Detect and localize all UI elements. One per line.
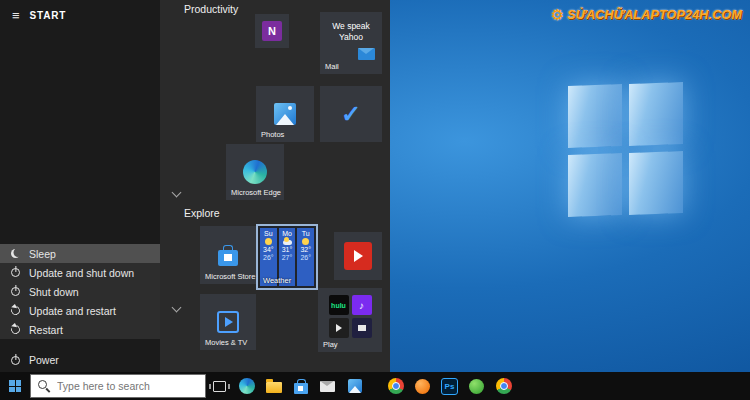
taskbar-mail-button[interactable]	[314, 372, 341, 400]
start-sidebar: ≡ START Sleep Update and shut down Shut …	[0, 0, 160, 372]
play-video-icon	[344, 242, 372, 270]
weather-day-column: Tu 32° 26°	[297, 228, 314, 286]
photos-tile-label: Photos	[261, 130, 284, 139]
weather-high: 34°	[263, 246, 274, 253]
music-app-icon: ♪	[352, 295, 372, 315]
sun-icon	[265, 238, 272, 245]
taskbar-pinned-apps: Ps	[382, 378, 517, 395]
watermark-brand: ⚙ SỬACHỮALAPTOP24H.COM	[551, 6, 742, 24]
taskbar: Ps	[0, 372, 750, 400]
chrome-icon	[496, 378, 512, 394]
taskbar-store-button[interactable]	[287, 372, 314, 400]
search-input[interactable]	[57, 380, 198, 392]
onenote-icon: N	[262, 21, 282, 41]
edge-icon	[243, 160, 267, 184]
mail-tile-promo-text: We speak Yahoo	[320, 12, 382, 44]
store-tile[interactable]: Microsoft Store	[200, 226, 256, 284]
power-menu-item-restart[interactable]: Restart	[0, 320, 160, 339]
gear-icon: ⚙	[551, 6, 564, 24]
play-tile-label: Play	[323, 340, 338, 349]
windows-logo-icon	[9, 380, 21, 392]
restart-icon	[9, 304, 21, 316]
edge-icon	[239, 378, 255, 394]
partly-cloudy-icon	[283, 240, 292, 245]
power-flyout-menu: Sleep Update and shut down Shut down Upd…	[0, 244, 160, 339]
weather-tile[interactable]: Su 34° 26° Mo 31° 27° Tu 32° 26° W	[258, 226, 316, 288]
weather-high: 31°	[282, 246, 293, 253]
power-menu-item-shutdown[interactable]: Shut down	[0, 282, 160, 301]
photos-icon	[274, 103, 296, 125]
sleep-icon	[11, 249, 20, 258]
power-icon	[11, 268, 20, 277]
wallpaper-logo-pane	[568, 153, 622, 217]
taskbar-orange-app-button[interactable]	[409, 379, 436, 394]
orange-app-icon	[415, 379, 430, 394]
taskbar-chrome-button-2[interactable]	[490, 378, 517, 394]
power-menu-item-label: Restart	[29, 324, 63, 336]
group-title-productivity: Productivity	[184, 3, 238, 15]
task-view-icon	[213, 381, 226, 392]
brand-text: SỬACHỮALAPTOP24H.COM	[567, 8, 742, 22]
mail-tile-label: Mail	[325, 62, 339, 71]
power-button[interactable]: Power	[0, 350, 160, 370]
collapse-chevron-icon[interactable]	[172, 188, 182, 198]
movies-tv-tile-label: Movies & TV	[205, 338, 247, 347]
taskbar-search[interactable]	[30, 374, 206, 398]
onenote-tile[interactable]: N	[255, 14, 289, 48]
mail-icon	[320, 381, 335, 392]
group-title-explore: Explore	[184, 207, 220, 219]
play-apps-grid: hulu ♪	[318, 288, 382, 338]
taskbar-file-explorer-button[interactable]	[260, 372, 287, 400]
taskbar-edge-button[interactable]	[233, 372, 260, 400]
power-icon	[11, 356, 20, 365]
taskbar-photoshop-button[interactable]: Ps	[436, 378, 463, 395]
play-group-tile[interactable]: hulu ♪ Play	[318, 288, 382, 352]
store-icon	[218, 250, 238, 266]
power-menu-item-label: Sleep	[29, 248, 56, 260]
chrome-icon	[388, 378, 404, 394]
video-app-icon	[329, 318, 349, 338]
store-tile-label: Microsoft Store	[205, 272, 255, 281]
edge-tile-label: Microsoft Edge	[231, 188, 281, 197]
start-tiles-panel: Productivity N We speak Yahoo Mail Photo…	[160, 0, 390, 372]
power-icon	[11, 287, 20, 296]
power-button-label: Power	[29, 354, 59, 366]
weather-low: 26°	[263, 254, 274, 261]
movies-tv-icon	[217, 311, 239, 333]
weather-day: Mo	[282, 230, 292, 237]
hamburger-icon[interactable]: ≡	[12, 9, 20, 22]
power-menu-item-update-shutdown[interactable]: Update and shut down	[0, 263, 160, 282]
start-button[interactable]	[0, 372, 30, 400]
weather-day: Su	[264, 230, 273, 237]
windows-wallpaper-logo	[568, 82, 683, 217]
weather-low: 27°	[282, 254, 293, 261]
wallpaper-logo-pane	[629, 151, 683, 215]
edge-tile[interactable]: Microsoft Edge	[226, 144, 284, 200]
mail-icon	[358, 48, 375, 60]
power-menu-item-label: Update and restart	[29, 305, 116, 317]
weather-day: Tu	[302, 230, 310, 237]
media-app-icon	[352, 318, 372, 338]
folder-icon	[266, 382, 282, 393]
mail-tile[interactable]: We speak Yahoo Mail	[320, 12, 382, 74]
start-menu: ≡ START Sleep Update and shut down Shut …	[0, 0, 390, 372]
photos-icon	[348, 379, 362, 393]
weather-high: 32°	[300, 246, 311, 253]
search-icon	[38, 380, 51, 393]
collapse-chevron-icon[interactable]	[172, 303, 182, 313]
store-icon	[294, 383, 308, 394]
taskbar-green-app-button[interactable]	[463, 379, 490, 394]
taskbar-photos-button[interactable]	[341, 372, 368, 400]
taskbar-chrome-button[interactable]	[382, 378, 409, 394]
hulu-icon: hulu	[329, 295, 349, 315]
task-view-button[interactable]	[206, 372, 233, 400]
power-menu-item-sleep[interactable]: Sleep	[0, 244, 160, 263]
photos-tile[interactable]: Photos	[256, 86, 314, 142]
power-menu-item-update-restart[interactable]: Update and restart	[0, 301, 160, 320]
movies-tv-tile[interactable]: Movies & TV	[200, 294, 256, 350]
weather-low: 26°	[300, 254, 311, 261]
todo-tile[interactable]: ✓	[320, 86, 382, 142]
red-media-tile[interactable]	[334, 232, 382, 280]
start-header: ≡ START	[0, 0, 160, 31]
photoshop-icon: Ps	[441, 378, 458, 395]
